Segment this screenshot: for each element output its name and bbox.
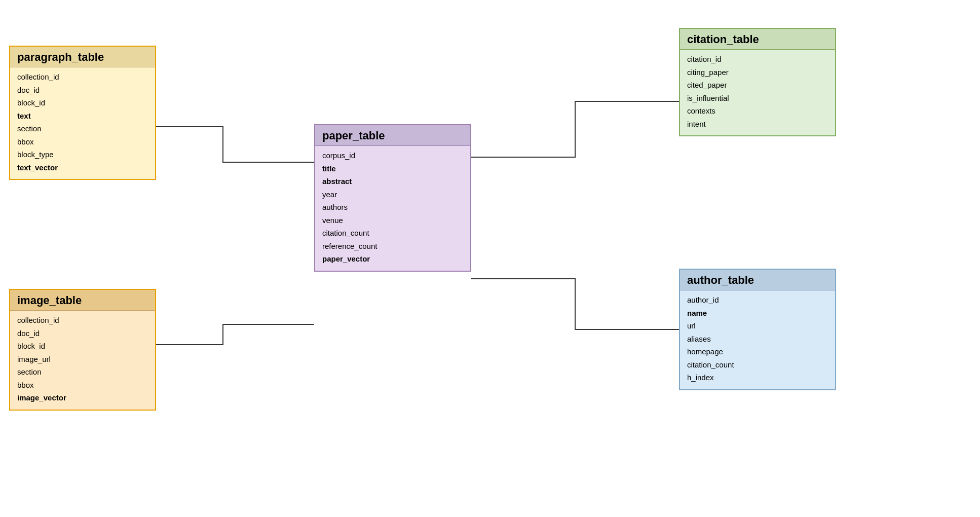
paragraph-table-body: collection_id doc_id block_id text secti…	[10, 67, 155, 179]
field-citation-count: citation_count	[322, 227, 463, 240]
field-bbox: bbox	[17, 135, 148, 149]
image-table-body: collection_id doc_id block_id image_url …	[10, 311, 155, 410]
paper-table-title: paper_table	[315, 125, 470, 146]
author-table-title: author_table	[680, 270, 835, 290]
field-doc-id: doc_id	[17, 84, 148, 97]
diagram-container: paragraph_table collection_id doc_id blo…	[0, 0, 980, 517]
paper-table-body: corpus_id title abstract year authors ve…	[315, 146, 470, 271]
author-table: author_table author_id name url aliases …	[679, 269, 836, 390]
field-corpus-id: corpus_id	[322, 149, 463, 162]
paragraph-table: paragraph_table collection_id doc_id blo…	[9, 46, 156, 180]
field-title: title	[322, 162, 463, 175]
field-intent: intent	[687, 118, 828, 131]
field-block-id: block_id	[17, 96, 148, 109]
image-table-title: image_table	[10, 290, 155, 311]
citation-table-title: citation_table	[680, 29, 835, 50]
citation-table-body: citation_id citing_paper cited_paper is_…	[680, 50, 835, 135]
field-contexts: contexts	[687, 104, 828, 118]
field-image-vector: image_vector	[17, 391, 148, 404]
field-url: url	[687, 319, 828, 333]
field-citation-count-author: citation_count	[687, 358, 828, 372]
field-text: text	[17, 109, 148, 123]
field-year: year	[322, 188, 463, 201]
field-section-img: section	[17, 365, 148, 379]
image-table: image_table collection_id doc_id block_i…	[9, 289, 156, 411]
field-is-influential: is_influential	[687, 92, 828, 105]
paragraph-table-title: paragraph_table	[10, 47, 155, 67]
field-text-vector: text_vector	[17, 161, 148, 174]
field-doc-id-img: doc_id	[17, 327, 148, 340]
field-collection-id: collection_id	[17, 70, 148, 84]
field-citation-id: citation_id	[687, 53, 828, 66]
field-citing-paper: citing_paper	[687, 66, 828, 79]
field-h-index: h_index	[687, 371, 828, 384]
field-cited-paper: cited_paper	[687, 79, 828, 92]
field-name: name	[687, 307, 828, 320]
field-homepage: homepage	[687, 345, 828, 358]
field-paper-vector: paper_vector	[322, 252, 463, 266]
field-block-id-img: block_id	[17, 340, 148, 353]
field-image-url: image_url	[17, 353, 148, 366]
author-table-body: author_id name url aliases homepage cita…	[680, 290, 835, 389]
field-section: section	[17, 122, 148, 135]
paper-table: paper_table corpus_id title abstract yea…	[314, 124, 471, 272]
field-author-id: author_id	[687, 293, 828, 307]
field-bbox-img: bbox	[17, 379, 148, 392]
citation-table: citation_table citation_id citing_paper …	[679, 28, 836, 136]
field-authors: authors	[322, 201, 463, 214]
field-collection-id-img: collection_id	[17, 314, 148, 327]
field-aliases: aliases	[687, 333, 828, 346]
field-block-type: block_type	[17, 148, 148, 161]
field-abstract: abstract	[322, 175, 463, 188]
field-venue: venue	[322, 214, 463, 227]
field-reference-count: reference_count	[322, 240, 463, 253]
